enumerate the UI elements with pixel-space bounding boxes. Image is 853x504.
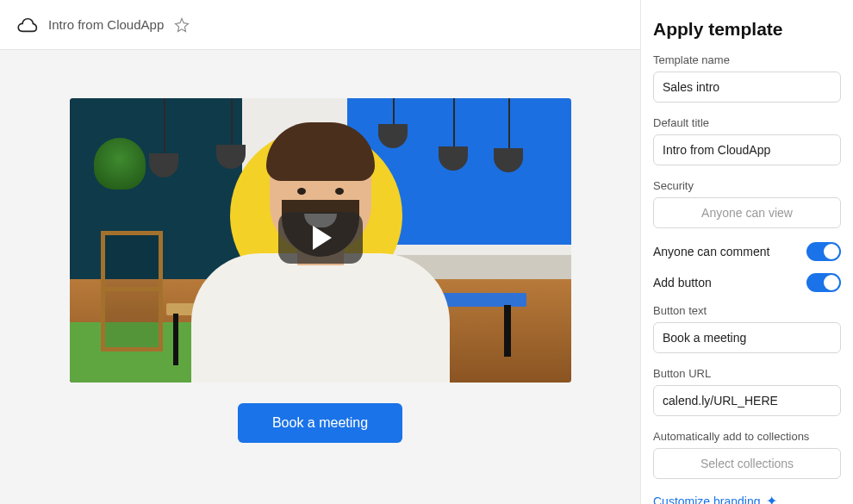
- video-preview[interactable]: [70, 98, 571, 383]
- default-title-label: Default title: [653, 116, 841, 129]
- anyone-comment-toggle[interactable]: [806, 242, 841, 261]
- customize-branding-link[interactable]: Customize branding: [653, 495, 761, 505]
- content-area: Book a meeting: [0, 50, 640, 504]
- add-button-toggle[interactable]: [806, 273, 841, 292]
- panel-heading: Apply template: [653, 19, 841, 40]
- add-button-label: Add button: [653, 276, 712, 289]
- main-area: Intro from CloudApp: [0, 0, 640, 504]
- template-name-label: Template name: [653, 53, 841, 66]
- template-name-input[interactable]: [653, 72, 841, 103]
- button-text-label: Button text: [653, 304, 841, 317]
- cloudapp-logo-icon: [16, 16, 38, 34]
- collections-label: Automatically add to collections: [653, 430, 841, 443]
- security-label: Security: [653, 179, 841, 192]
- button-url-input[interactable]: [653, 385, 841, 416]
- favorite-star-icon[interactable]: [174, 17, 190, 33]
- play-icon: [313, 226, 332, 250]
- sparkle-icon: ✦: [766, 493, 777, 504]
- default-title-input[interactable]: [653, 134, 841, 165]
- topbar: Intro from CloudApp: [0, 0, 640, 50]
- page-title: Intro from CloudApp: [48, 17, 164, 32]
- button-url-label: Button URL: [653, 367, 841, 380]
- book-meeting-button[interactable]: Book a meeting: [238, 403, 402, 443]
- security-select[interactable]: Anyone can view: [653, 197, 841, 228]
- play-button[interactable]: [278, 212, 363, 264]
- template-panel: Apply template Template name Default tit…: [640, 0, 853, 504]
- collections-select[interactable]: Select collections: [653, 448, 841, 479]
- anyone-comment-label: Anyone can comment: [653, 245, 769, 258]
- button-text-input[interactable]: [653, 322, 841, 353]
